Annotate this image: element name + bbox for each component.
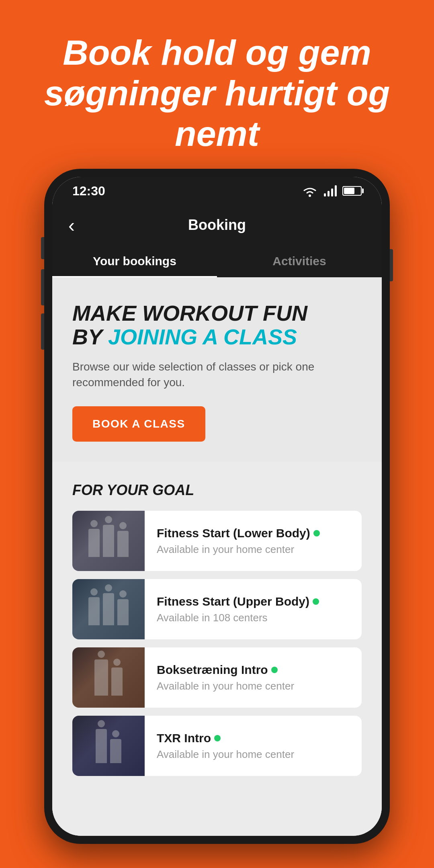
- volume-up-button: [41, 269, 44, 305]
- promo-headline: MAKE WORKOUT FUN BY JOINING A CLASS: [72, 301, 362, 349]
- list-item[interactable]: Fitness Start (Lower Body) Available in …: [72, 511, 362, 571]
- promo-description: Browse our wide selection of classes or …: [72, 359, 362, 390]
- class-name: TXR Intro: [157, 731, 350, 745]
- available-indicator: [214, 735, 221, 741]
- screen-title: Booking: [188, 217, 246, 233]
- hero-section: Book hold og gem søgninger hurtigt og ne…: [0, 0, 434, 178]
- status-time: 12:30: [72, 184, 105, 199]
- wifi-icon: [301, 185, 318, 197]
- class-info: Fitness Start (Lower Body) Available in …: [145, 526, 362, 556]
- tab-activities[interactable]: Activities: [217, 245, 382, 277]
- phone-mockup: 12:30: [44, 169, 390, 844]
- class-thumbnail: [72, 716, 145, 776]
- class-thumbnail: [72, 579, 145, 639]
- class-name: Fitness Start (Lower Body): [157, 526, 350, 540]
- class-thumbnail: [72, 511, 145, 571]
- svg-point-0: [309, 194, 311, 197]
- class-name: Boksetræning Intro: [157, 663, 350, 677]
- tab-bar: Your bookings Activities: [52, 245, 382, 277]
- available-indicator: [313, 598, 319, 605]
- class-name: Fitness Start (Upper Body): [157, 595, 350, 608]
- class-availability: Available in your home center: [157, 543, 350, 556]
- status-icons: [301, 185, 362, 197]
- available-indicator: [313, 530, 320, 536]
- content-area: MAKE WORKOUT FUN BY JOINING A CLASS Brow…: [52, 277, 382, 836]
- list-item[interactable]: TXR Intro Available in your home center: [72, 716, 362, 776]
- class-info: Fitness Start (Upper Body) Available in …: [145, 595, 362, 624]
- class-availability: Available in 108 centers: [157, 612, 350, 624]
- book-class-button[interactable]: BOOK A CLASS: [72, 406, 205, 442]
- status-bar: 12:30: [52, 177, 382, 205]
- signal-icon: [324, 185, 337, 197]
- hero-title: Book hold og gem søgninger hurtigt og ne…: [24, 32, 410, 154]
- class-info: TXR Intro Available in your home center: [145, 731, 362, 761]
- power-button: [390, 249, 393, 281]
- class-availability: Available in your home center: [157, 748, 350, 761]
- available-indicator: [271, 667, 278, 673]
- volume-silent-button: [41, 237, 44, 259]
- class-info: Boksetræning Intro Available in your hom…: [145, 663, 362, 692]
- goal-section-title: FOR YOUR GOAL: [72, 482, 362, 499]
- app-header: ‹ Booking: [52, 205, 382, 245]
- back-button[interactable]: ‹: [68, 214, 75, 236]
- battery-icon: [342, 186, 362, 196]
- class-promo-banner: MAKE WORKOUT FUN BY JOINING A CLASS Brow…: [52, 277, 382, 462]
- list-item[interactable]: Fitness Start (Upper Body) Available in …: [72, 579, 362, 639]
- class-thumbnail: [72, 647, 145, 708]
- class-availability: Available in your home center: [157, 680, 350, 692]
- volume-down-button: [41, 313, 44, 350]
- tab-your-bookings[interactable]: Your bookings: [52, 245, 217, 277]
- goal-section: FOR YOUR GOAL: [52, 462, 382, 796]
- list-item[interactable]: Boksetræning Intro Available in your hom…: [72, 647, 362, 708]
